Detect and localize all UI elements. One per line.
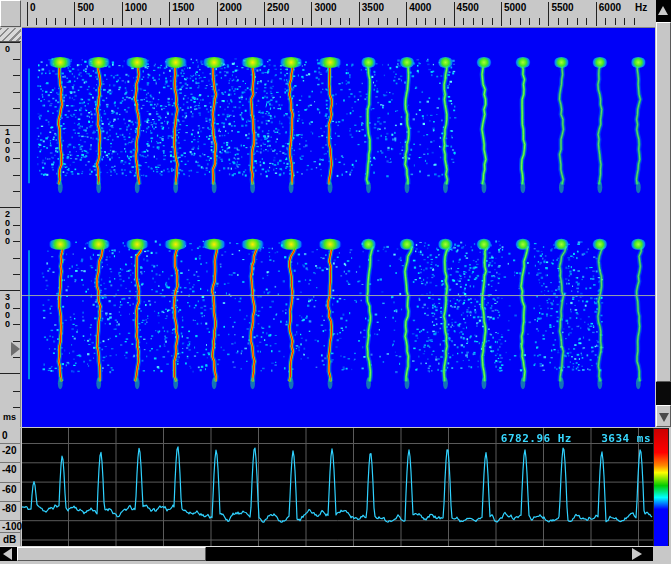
db-tick-label: -40 — [2, 464, 16, 475]
time-tick-label: 2 0 0 0 — [5, 210, 10, 246]
arrow-left-icon — [3, 548, 12, 560]
frequency-minor-tick — [416, 18, 417, 25]
frequency-minor-tick — [188, 18, 189, 25]
frequency-minor-tick — [46, 18, 47, 25]
time-minor-tick — [13, 225, 20, 226]
time-major-tick — [0, 290, 20, 291]
frequency-tick-label: 3500 — [362, 2, 384, 13]
frequency-tick-label: 2500 — [267, 2, 289, 13]
db-tick-label: -60 — [2, 484, 16, 495]
time-minor-tick — [13, 324, 20, 325]
frequency-minor-tick — [179, 18, 180, 25]
frequency-tick-label: 1500 — [172, 2, 194, 13]
time-minor-tick — [13, 142, 20, 143]
frequency-minor-tick — [255, 18, 256, 25]
frequency-minor-tick — [283, 18, 284, 25]
frequency-minor-tick — [245, 18, 246, 25]
frequency-tick-label: 3000 — [314, 2, 336, 13]
frequency-minor-tick — [150, 18, 151, 25]
frequency-minor-tick — [482, 18, 483, 25]
horizontal-scrollbar[interactable] — [0, 546, 653, 561]
frequency-minor-tick — [349, 18, 350, 25]
ruler-corner-button[interactable] — [0, 0, 21, 27]
time-tick-label: 1 0 0 0 — [5, 128, 10, 164]
horizontal-scrollbar-thumb[interactable] — [17, 547, 206, 561]
db-tick-label: -20 — [2, 445, 16, 456]
scroll-left-button[interactable] — [0, 547, 16, 561]
time-minor-tick — [13, 308, 20, 309]
frequency-minor-tick — [141, 18, 142, 25]
frequency-minor-tick — [567, 18, 568, 25]
frequency-major-tick — [74, 2, 75, 26]
vertical-scrollbar[interactable] — [656, 22, 671, 427]
time-minor-tick — [13, 75, 20, 76]
frequency-minor-tick — [236, 18, 237, 25]
frequency-major-tick — [27, 2, 28, 26]
time-tick-label: 0 — [5, 45, 10, 54]
frequency-major-tick — [217, 2, 218, 26]
db-unit-label: dB — [3, 534, 16, 545]
scroll-right-button[interactable] — [632, 548, 642, 560]
frequency-tick-label: 5500 — [551, 2, 573, 13]
frequency-minor-tick — [529, 18, 530, 25]
frequency-minor-tick — [378, 18, 379, 25]
time-minor-tick — [13, 191, 20, 192]
frequency-minor-tick — [160, 18, 161, 25]
frequency-tick-label: 4000 — [409, 2, 431, 13]
frequency-major-tick — [122, 2, 123, 26]
frequency-minor-tick — [492, 18, 493, 25]
db-ruler: dB 0-20-40-60-80-100 — [0, 428, 21, 546]
frequency-unit-label: Hz — [635, 2, 647, 13]
frequency-minor-tick — [444, 18, 445, 25]
time-minor-tick — [13, 357, 20, 358]
time-major-tick — [0, 125, 20, 126]
time-minor-tick — [13, 59, 20, 60]
frequency-major-tick — [454, 2, 455, 26]
frequency-minor-tick — [330, 18, 331, 25]
frequency-minor-tick — [473, 18, 474, 25]
frequency-tick-label: 4500 — [457, 2, 479, 13]
frequency-minor-tick — [634, 18, 635, 25]
frequency-minor-tick — [65, 18, 66, 25]
frequency-minor-tick — [112, 18, 113, 25]
frequency-minor-tick — [558, 18, 559, 25]
frequency-minor-tick — [624, 18, 625, 25]
db-tick-label: 0 — [2, 430, 8, 441]
scroll-down-button[interactable] — [656, 405, 671, 427]
time-minor-tick — [13, 108, 20, 109]
frequency-tick-label: 6000 — [599, 2, 621, 13]
frequency-minor-tick — [292, 18, 293, 25]
arrow-down-icon — [659, 413, 669, 422]
time-minor-tick — [13, 158, 20, 159]
time-minor-tick — [13, 341, 20, 342]
frequency-minor-tick — [198, 18, 199, 25]
spectrogram-canvas[interactable] — [22, 28, 655, 427]
time-minor-tick — [13, 391, 20, 392]
time-minor-tick — [13, 175, 20, 176]
frequency-tick-label: 500 — [77, 2, 94, 13]
frequency-minor-tick — [302, 18, 303, 25]
frequency-minor-tick — [93, 18, 94, 25]
time-major-tick — [0, 42, 20, 43]
vertical-scrollbar-thumb[interactable] — [656, 22, 671, 382]
frequency-minor-tick — [321, 18, 322, 25]
frequency-minor-tick — [226, 18, 227, 25]
scroll-up-button[interactable] — [656, 0, 671, 22]
time-minor-tick — [13, 407, 20, 408]
time-marker[interactable] — [11, 342, 20, 356]
db-tick — [0, 532, 20, 533]
spectrum-canvas[interactable] — [22, 428, 653, 546]
frequency-tick-label: 2000 — [220, 2, 242, 13]
frequency-minor-tick — [36, 18, 37, 25]
resize-grip[interactable] — [653, 546, 671, 564]
frequency-minor-tick — [55, 18, 56, 25]
frequency-minor-tick — [577, 18, 578, 25]
frequency-minor-tick — [435, 18, 436, 25]
time-tick-label: 3 0 0 0 — [5, 293, 10, 329]
frequency-major-tick — [596, 2, 597, 26]
frequency-major-tick — [264, 2, 265, 26]
db-tick — [0, 462, 20, 463]
time-minor-tick — [13, 92, 20, 93]
ruler-hatch-corner — [0, 28, 21, 42]
frequency-major-tick — [311, 2, 312, 26]
